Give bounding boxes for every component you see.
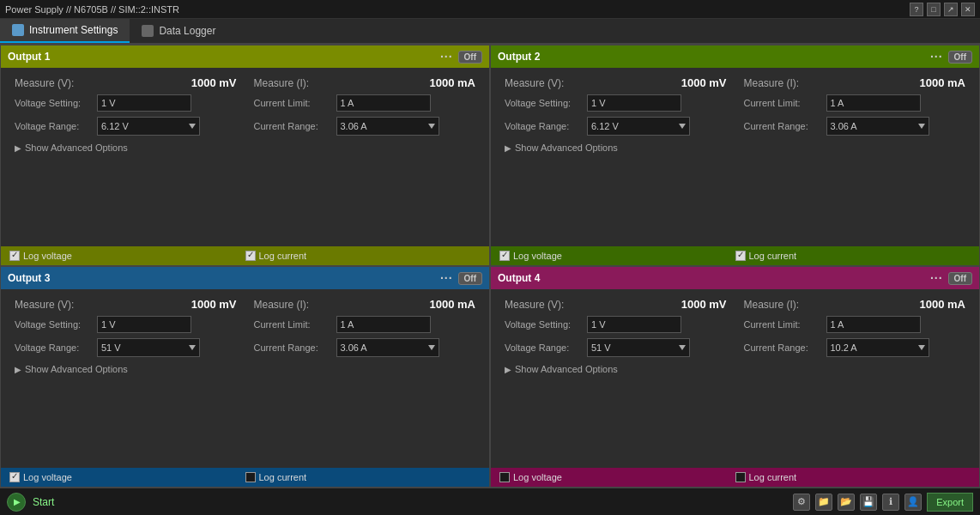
output3-advanced[interactable]: ▶ Show Advanced Options (15, 364, 475, 374)
output3-vr-label: Voltage Range: (15, 342, 92, 353)
export-button[interactable]: Export (927, 493, 973, 512)
output4-cr-select[interactable]: 3.06 A 10.2 A (826, 338, 929, 357)
output3-advanced-arrow: ▶ (15, 365, 21, 374)
output2-status[interactable]: Off (948, 51, 972, 64)
output1-log-voltage-label: Log voltage (23, 251, 72, 261)
output3-log-voltage[interactable]: Log voltage (9, 472, 245, 482)
output1-cl-label: Current Limit: (254, 98, 331, 108)
output4-current-measure: Measure (I): 1000 mA Current Limit: Curr… (744, 298, 966, 357)
output4-logbar: Log voltage Log current (491, 468, 979, 487)
output4-menu-btn[interactable]: ··· (930, 271, 943, 285)
output3-log-current-label: Log current (259, 472, 307, 482)
output1-cr-select[interactable]: 3.06 A 10.2 A (336, 117, 439, 136)
output4-status[interactable]: Off (948, 272, 972, 285)
output3-menu-btn[interactable]: ··· (440, 271, 453, 285)
output2-log-voltage-checkbox[interactable] (499, 251, 510, 261)
restore-button[interactable]: □ (927, 3, 941, 16)
save-icon[interactable]: 💾 (860, 494, 877, 511)
output1-mv-label: Measure (V): (15, 77, 74, 89)
output1-mi-value: 1000 mA (430, 76, 475, 89)
output1-vs-input[interactable] (97, 94, 191, 112)
output4-log-current[interactable]: Log current (735, 472, 971, 482)
output3-status[interactable]: Off (458, 272, 482, 285)
output4-advanced-arrow: ▶ (505, 365, 511, 374)
start-button[interactable]: ▶ (7, 493, 26, 512)
output4-header: Output 4 ··· Off (491, 267, 979, 289)
output1-advanced[interactable]: ▶ Show Advanced Options (15, 142, 475, 153)
output2-menu-btn[interactable]: ··· (930, 50, 943, 64)
data-logger-icon (142, 25, 154, 37)
output1-log-current[interactable]: Log current (245, 251, 481, 261)
output1-mi-label: Measure (I): (254, 77, 310, 89)
tab-instrument-settings[interactable]: Instrument Settings (0, 19, 130, 43)
output4-vs-label: Voltage Setting: (505, 319, 582, 330)
output4-advanced[interactable]: ▶ Show Advanced Options (505, 364, 965, 374)
settings-icon[interactable]: ⚙ (793, 494, 810, 511)
tab-data-logger[interactable]: Data Logger (130, 19, 227, 43)
output2-mi-label: Measure (I): (744, 77, 800, 89)
output1-vr-select[interactable]: 6.12 V 51 V (97, 117, 200, 136)
output3-mv-label: Measure (V): (15, 299, 74, 311)
output4-vs-input[interactable] (587, 316, 681, 333)
open-icon[interactable]: 📂 (838, 494, 855, 511)
output4-vr-select[interactable]: 6.12 V 51 V (587, 338, 690, 357)
output2-measure-row: Measure (V): 1000 mV Voltage Setting: Vo… (505, 76, 965, 136)
output3-log-current-checkbox[interactable] (245, 472, 256, 482)
output1-log-current-checkbox[interactable] (245, 251, 256, 261)
output3-log-voltage-checkbox[interactable] (9, 472, 20, 482)
info-icon[interactable]: ℹ (882, 494, 899, 511)
output2-voltage-measure: Measure (V): 1000 mV Voltage Setting: Vo… (505, 76, 727, 136)
output3-mi-label: Measure (I): (254, 299, 310, 311)
output4-log-voltage[interactable]: Log voltage (499, 472, 735, 482)
output4-log-voltage-checkbox[interactable] (499, 472, 510, 482)
output3-mv-value: 1000 mV (191, 298, 237, 311)
output2-title: Output 2 (498, 51, 540, 63)
output-panel-3: Output 3 ··· Off Measure (V): 1000 mV Vo… (0, 266, 490, 488)
bottom-left: ▶ Start (7, 493, 54, 512)
output2-vs-input[interactable] (587, 94, 681, 112)
output2-cl-input[interactable] (826, 94, 921, 112)
output2-advanced-label: Show Advanced Options (515, 142, 618, 153)
output2-current-measure: Measure (I): 1000 mA Current Limit: Curr… (744, 76, 966, 136)
output4-advanced-label: Show Advanced Options (515, 364, 618, 374)
output2-log-current[interactable]: Log current (735, 251, 971, 261)
output4-title: Output 4 (498, 272, 540, 284)
output3-cr-select[interactable]: 3.06 A 10.2 A (336, 338, 439, 357)
output2-advanced[interactable]: ▶ Show Advanced Options (505, 142, 965, 153)
output3-cl-input[interactable] (336, 316, 431, 333)
output3-log-current[interactable]: Log current (245, 472, 481, 482)
output1-menu-btn[interactable]: ··· (440, 50, 453, 64)
output1-log-voltage[interactable]: Log voltage (9, 251, 245, 261)
output-panel-1: Output 1 ··· Off Measure (V): 1000 mV Vo… (0, 45, 490, 266)
output2-log-current-checkbox[interactable] (735, 251, 746, 261)
output3-measure-row: Measure (V): 1000 mV Voltage Setting: Vo… (15, 298, 475, 357)
output3-vr-select[interactable]: 6.12 V 51 V (97, 338, 200, 357)
output2-cr-label: Current Range: (744, 121, 821, 131)
output-panel-2: Output 2 ··· Off Measure (V): 1000 mV Vo… (490, 45, 980, 266)
output4-mi-value: 1000 mA (920, 298, 965, 311)
folder-icon[interactable]: 📁 (815, 494, 832, 511)
maximize-button[interactable]: ↗ (944, 3, 958, 16)
user-icon[interactable]: 👤 (904, 494, 922, 511)
tab-bar: Instrument Settings Data Logger (0, 19, 980, 45)
output1-cl-input[interactable] (336, 94, 431, 112)
output2-header: Output 2 ··· Off (491, 45, 979, 68)
output2-log-voltage[interactable]: Log voltage (499, 251, 735, 261)
output1-log-voltage-checkbox[interactable] (9, 251, 20, 261)
output2-vr-label: Voltage Range: (505, 121, 582, 131)
help-button[interactable]: ? (910, 3, 923, 16)
output1-log-current-label: Log current (259, 251, 307, 261)
output2-cr-select[interactable]: 3.06 A 10.2 A (826, 117, 929, 136)
output3-vs-input[interactable] (97, 316, 191, 333)
output4-voltage-measure: Measure (V): 1000 mV Voltage Setting: Vo… (505, 298, 727, 357)
output4-cl-input[interactable] (826, 316, 921, 333)
output2-logbar: Log voltage Log current (491, 246, 979, 265)
close-button[interactable]: ✕ (961, 3, 975, 16)
output1-header: Output 1 ··· Off (1, 45, 489, 68)
output4-measure-row: Measure (V): 1000 mV Voltage Setting: Vo… (505, 298, 965, 357)
output2-vr-select[interactable]: 6.12 V 51 V (587, 117, 690, 136)
bottom-right: ⚙ 📁 📂 💾 ℹ 👤 Export (793, 493, 973, 512)
output4-log-current-checkbox[interactable] (735, 472, 746, 482)
output1-status[interactable]: Off (458, 51, 482, 64)
output1-measure-row: Measure (V): 1000 mV Voltage Setting: Vo… (15, 76, 475, 136)
